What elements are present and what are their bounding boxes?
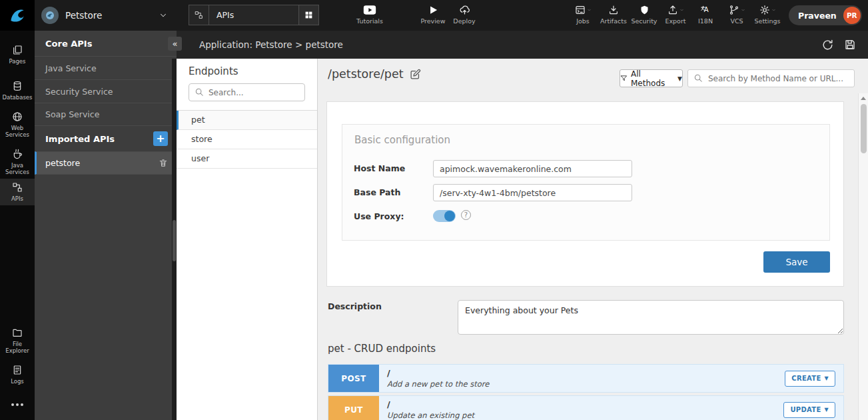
description-textarea[interactable]: Everything about your Pets [458,300,844,335]
rail-item-apis[interactable]: APIs [0,179,35,205]
rail-item-more[interactable] [0,400,35,409]
refresh-button[interactable] [820,37,835,52]
search-icon [195,87,204,97]
endpoints-search-input[interactable] [189,83,305,101]
base-path-label: Base Path [354,187,400,197]
help-icon[interactable]: ? [461,210,471,220]
translate-icon: A [700,4,711,15]
gear-icon [759,5,770,15]
tutorials-button[interactable]: Tutorials [351,4,388,25]
main-panel: /petstore/pet All Methods ▼ Basic config… [318,59,868,420]
youtube-icon [363,4,376,15]
top-bar: Petstore APIs Tutorials Previe [0,0,868,31]
save-icon [844,39,856,51]
host-name-label: Host Name [354,163,405,173]
workspace-label: APIs [209,10,298,20]
save-button[interactable]: Save [763,251,830,273]
core-apis-header[interactable]: Core APIs [35,31,177,56]
basic-config-panel: Basic configuration Host Name Base Path … [342,124,830,241]
crud-endpoints-title: pet - CRUD endpoints [328,343,436,355]
rail-item-java-services[interactable]: Java Services [0,145,35,179]
workspace-selector[interactable]: APIs [189,5,319,25]
method-row-put[interactable]: PUT / Update an existing pet UPDATE ▼ [328,395,844,420]
rail-item-file-explorer[interactable]: File Explorer [0,324,35,357]
folder-icon [12,327,23,338]
method-badge-post: POST [328,365,379,392]
api-sidebar: Core APIs Java Service Security Service … [35,31,177,420]
edit-icon[interactable] [410,69,421,80]
chevron-down-icon: ▼ [677,75,682,82]
chevron-down-icon [679,8,684,12]
endpoints-list: pet store user [177,110,317,169]
sidebar-item-petstore[interactable]: petstore [35,151,177,175]
methods-filter-select[interactable]: All Methods ▼ [620,69,683,87]
method-path: / [387,368,777,378]
description-label: Description [328,301,382,311]
java-icon [12,149,23,159]
update-action-button[interactable]: UPDATE ▼ [783,402,835,418]
rail-item-web-services[interactable]: Web Services [0,108,35,141]
rail-item-pages[interactable]: Pages [0,41,35,68]
deploy-button[interactable]: Deploy [446,4,483,25]
project-avatar [41,7,59,24]
avatar: PR [843,7,861,24]
project-name: Petstore [65,10,159,21]
api-nodes-icon [189,5,209,25]
wavemaker-logo[interactable] [0,0,35,31]
api-icon [12,182,23,193]
sidebar-item-security-service[interactable]: Security Service [35,79,177,103]
basic-config-title: Basic configuration [342,125,829,146]
save-file-button[interactable] [843,37,857,52]
base-path-input[interactable] [433,184,632,201]
settings-button[interactable]: Settings [749,4,786,25]
create-action-button[interactable]: CREATE ▼ [785,371,835,387]
host-name-input[interactable] [433,160,632,177]
method-badge-put: PUT [328,396,379,420]
scrollbar-thumb[interactable] [861,104,867,153]
endpoints-panel: Endpoints pet store user [177,59,318,420]
method-description: Add a new pet to the store [387,379,777,389]
method-path: / [387,399,775,409]
core-apis-title: Core APIs [45,39,92,49]
imported-apis-header[interactable]: Imported APIs + [35,126,177,151]
user-menu[interactable]: Praveen PR [789,5,862,25]
sidebar-item-soap-service[interactable]: Soap Service [35,103,177,126]
page-title: /petstore/pet [328,67,404,81]
endpoint-item-user[interactable]: user [177,149,317,169]
delete-icon[interactable] [159,158,168,168]
play-icon [428,4,438,15]
sidebar-item-java-service[interactable]: Java Service [35,56,177,79]
globe-icon [12,111,23,122]
chevron-down-icon [741,8,745,12]
imported-apis-title: Imported APIs [45,134,115,144]
refresh-icon [821,39,834,51]
method-search-input[interactable] [687,69,855,87]
endpoint-item-pet[interactable]: pet [177,111,317,130]
endpoint-item-store[interactable]: store [177,130,317,149]
grid-icon[interactable] [298,5,318,25]
project-selector[interactable]: Petstore [35,0,175,31]
chevron-down-icon: ▼ [825,407,829,413]
sidebar-scrollbar[interactable] [172,59,177,420]
chevron-down-icon [771,8,776,12]
export-icon [667,5,678,15]
chevron-down-icon [587,8,592,12]
add-api-button[interactable]: + [153,131,168,146]
rail-item-databases[interactable]: Databases [0,77,35,104]
jobs-icon [575,5,586,15]
use-proxy-toggle[interactable] [433,210,456,222]
scrollbar-thumb[interactable] [173,220,176,261]
scroll-up-arrow[interactable] [861,97,866,100]
funnel-icon [620,75,628,82]
shield-icon [640,4,650,15]
sidebar-collapse-button[interactable]: « [168,37,182,51]
pages-icon [12,45,23,55]
app-window: Petstore APIs Tutorials Previe [0,0,868,420]
method-row-post[interactable]: POST / Add a new pet to the store CREATE… [328,364,844,393]
ellipsis-icon [11,403,23,406]
chevron-down-icon: ▼ [825,375,829,381]
config-card: Basic configuration Host Name Base Path … [326,101,844,287]
main-scrollbar[interactable] [858,93,868,420]
logs-icon [12,365,23,375]
rail-item-logs[interactable]: Logs [0,361,35,388]
